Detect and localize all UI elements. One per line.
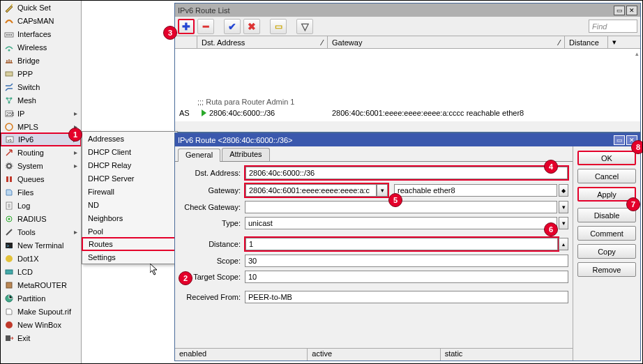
sidebar-item-label: MetaROUTER [17,281,67,289]
row-comment: ;;; Ruta para Router Admin 1 [197,98,294,106]
distance-input[interactable]: 1 [245,238,558,250]
comment-button[interactable]: Comment [577,226,636,241]
tab-general[interactable]: General [178,149,220,162]
step-badge-2: 2 [179,271,192,285]
cross-icon: ✖ [248,22,256,31]
gateway-dropdown[interactable]: ▾ [377,184,388,197]
sidebar-item-ip[interactable]: 255IP▸ [1,107,81,120]
sidebar-item-exit[interactable]: Exit [1,331,81,344]
sidebar-item-quickset[interactable]: Quick Set [1,1,81,14]
table-row[interactable]: AS 2806:40c:6000::/36 2806:40c:6001:eeee… [175,107,640,119]
sidebar-item-switch[interactable]: Switch [1,80,81,93]
disable-button[interactable]: Disable [577,208,636,222]
close-button[interactable]: ✕ [626,6,637,15]
titlebar[interactable]: IPv6 Route List ▭ ✕ [175,3,640,17]
col-flag[interactable] [175,36,197,48]
minimize-button[interactable]: ▭ [614,135,625,145]
tabs: General Attributes [175,146,573,162]
submenu-item-dhcpclient[interactable]: DHCP Client [82,145,177,158]
col-gw[interactable]: Gateway∕ [328,36,565,48]
sidebar-item-partition[interactable]: Partition [1,291,81,305]
grid-body[interactable]: ▴ ;;; Ruta para Router Admin 1 AS 2806:4… [175,49,640,121]
sidebar-item-files[interactable]: Files [1,185,81,199]
submenu-item-nd[interactable]: ND [82,198,177,211]
plus-icon: ✚ [182,22,190,31]
log-icon [3,200,15,211]
sidebar-item-capsman[interactable]: CAPsMAN [1,14,81,27]
submenu-item-pool[interactable]: Pool [82,225,177,238]
sidebar-item-supout[interactable]: Make Supout.rif [1,305,81,318]
disable-button[interactable]: ✖ [243,19,260,34]
sidebar-item-metarouter[interactable]: MetaROUTER [1,278,81,291]
col-dst[interactable]: Dst. Address∕ [197,36,328,48]
titlebar[interactable]: IPv6 Route <2806:40c:6000::/36> ▭ ✕ [175,133,640,146]
sidebar-item-queues[interactable]: Queues [1,172,81,185]
submenu-item-settings[interactable]: Settings [82,250,177,264]
submenu-item-neighbors[interactable]: Neighbors [82,211,177,225]
sidebar-item-routing[interactable]: Routing▸ [1,146,81,159]
submenu-item-dhcprelay[interactable]: DHCP Relay [82,158,177,172]
copy-button[interactable]: Copy [577,244,636,259]
sidebar-item-ppp[interactable]: PPP [1,67,81,80]
sidebar-item-log[interactable]: Log [1,199,81,212]
sidebar-item-label: IPv6 [18,135,33,144]
submenu-item-addresses[interactable]: Addresses [82,132,177,145]
cancel-button[interactable]: Cancel [577,169,636,183]
side-buttons: OK Cancel Apply Disable Comment Copy Rem… [573,146,640,361]
sidebar-item-mesh[interactable]: Mesh [1,93,81,107]
sidebar-item-wireless[interactable]: Wireless [1,40,81,54]
sidebar-item-radius[interactable]: RADIUS [1,212,81,225]
target-scope-input[interactable]: 10 [245,271,568,283]
sidebar-item-lcd[interactable]: LCD [1,265,81,278]
sidebar-item-interfaces[interactable]: Interfaces [1,27,81,40]
filter-button[interactable]: ▽ [296,19,313,34]
mesh-icon [3,95,15,106]
sidebar-item-dot1x[interactable]: Dot1X [1,252,81,265]
chevron-right-icon: ▸ [74,109,78,117]
submenu-item-routes[interactable]: Routes [82,237,178,251]
step-badge-5: 5 [388,193,402,207]
type-input[interactable]: unicast [245,217,557,229]
remove-button[interactable]: Remove [577,262,636,277]
col-dist[interactable]: Distance [565,36,608,48]
svg-point-24 [6,255,13,262]
svg-rect-18 [10,176,12,182]
sidebar-item-system[interactable]: System▸ [1,159,81,172]
bridge-icon [3,55,15,66]
route-list-window: IPv6 Route List ▭ ✕ ✚ ━ ✔ ✖ ▭ ▽ Find Dst… [174,3,641,132]
col-more[interactable]: ▾ [608,36,623,48]
switch-icon [3,82,15,93]
received-from-value: PEER-to-MB [245,291,568,303]
remove-button[interactable]: ━ [197,19,214,34]
grid-header: Dst. Address∕ Gateway∕ Distance ▾ [175,36,640,49]
label-gw: Gateway: [175,186,245,195]
gateway-add-remove[interactable] [559,184,568,197]
label-dst: Dst. Address: [175,169,245,177]
add-button[interactable]: ✚ [178,19,195,34]
comment-button[interactable]: ▭ [270,19,287,34]
sidebar-item-label: PPP [17,70,33,78]
scroll-up-icon[interactable]: ▴ [635,50,639,57]
type-dropdown[interactable]: ▾ [559,217,568,229]
scope-input[interactable]: 30 [245,255,568,267]
metarouter-icon [3,280,15,291]
tab-attributes[interactable]: Attributes [222,148,269,161]
minus-icon: ━ [203,22,209,31]
check-gateway-dropdown[interactable]: ▾ [559,201,568,213]
find-input[interactable]: Find [589,20,637,33]
sidebar-item-newwinbox[interactable]: New WinBox [1,318,81,331]
dst-address-input[interactable]: 2806:40c:6000::/36 [245,167,568,179]
ok-button[interactable]: OK [577,151,636,165]
gateway-input[interactable]: 2806:40c:6001:eeee:eeee:eeee:a:c [245,184,377,197]
submenu-item-firewall[interactable]: Firewall [82,185,177,198]
cell-dst: 2806:40c:6000::/36 [197,109,328,117]
minimize-button[interactable]: ▭ [614,6,625,15]
sidebar-item-newterminal[interactable]: >_New Terminal [1,238,81,252]
sidebar-item-bridge[interactable]: Bridge [1,54,81,67]
submenu-item-dhcpserver[interactable]: DHCP Server [82,172,177,185]
enable-button[interactable]: ✔ [224,19,241,34]
sidebar-item-label: Mesh [17,96,36,105]
sidebar-item-tools[interactable]: Tools▸ [1,225,81,238]
partition-icon [3,293,15,304]
distance-spinner[interactable] [559,238,568,250]
